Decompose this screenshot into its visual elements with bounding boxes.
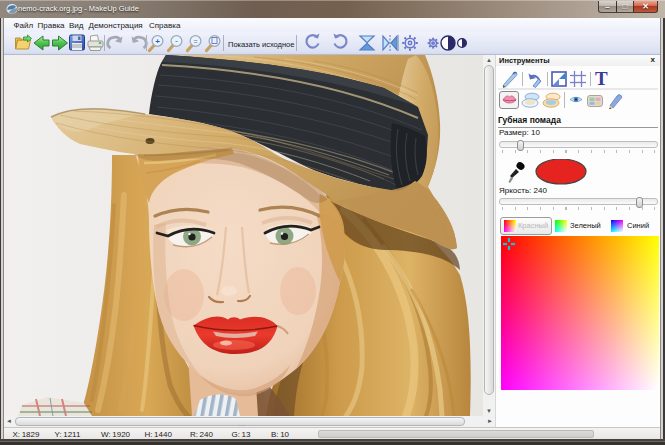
svg-text:T: T — [595, 68, 608, 89]
svg-text:+: + — [155, 37, 160, 46]
svg-text:=: = — [193, 38, 197, 45]
svg-text:-: - — [175, 36, 178, 46]
